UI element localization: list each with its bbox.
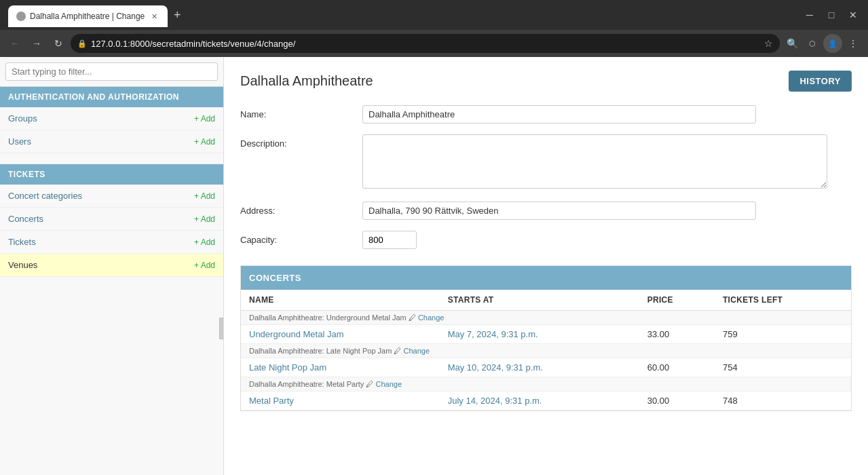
browser-actions: 🔍 ⬡ 👤 ⋮	[782, 34, 863, 53]
concert-price-cell: 60.00	[639, 358, 715, 377]
description-input[interactable]	[362, 134, 827, 189]
minimize-button[interactable]: ─	[800, 5, 819, 24]
sidebar-item-users-label: Users	[8, 136, 31, 147]
name-label: Name:	[240, 105, 362, 119]
address-bar[interactable]: 🔒 127.0.0.1:8000/secretadmin/tickets/ven…	[71, 34, 780, 53]
page-header: Dalhalla Amphitheatre HISTORY	[240, 71, 852, 92]
concert-price-cell: 30.00	[639, 392, 715, 411]
sidebar-add-groups[interactable]: + Add	[194, 114, 215, 124]
concert-meta-cell: Dalhalla Amphitheatre: Late Night Pop Ja…	[241, 344, 851, 358]
back-button[interactable]: ←	[5, 34, 24, 53]
page-title: Dalhalla Amphitheatre	[240, 73, 373, 89]
concert-data-row: Metal Party July 14, 2024, 9:31 p.m. 30.…	[241, 392, 851, 411]
concert-price-cell: 33.00	[639, 325, 715, 344]
sidebar-item-groups-label: Groups	[8, 113, 37, 124]
pencil-icon: 🖊	[394, 347, 403, 355]
sidebar-add-tickets[interactable]: + Add	[194, 238, 215, 247]
concert-name-link[interactable]: Late Night Pop Jam	[249, 362, 326, 373]
concerts-table-header-row: NAME STARTS AT PRICE TICKETS LEFT	[241, 290, 851, 311]
reload-button[interactable]: ↻	[49, 34, 68, 53]
maximize-button[interactable]: □	[822, 5, 841, 24]
concert-change-link[interactable]: Change	[376, 380, 402, 388]
address-text: 127.0.0.1:8000/secretadmin/tickets/venue…	[91, 39, 760, 49]
concert-tickets-left-cell: 759	[715, 325, 851, 344]
sidebar-filter-area	[0, 57, 223, 87]
description-label: Description:	[240, 134, 362, 149]
address-field	[362, 202, 852, 220]
history-button[interactable]: HISTORY	[789, 71, 852, 92]
concert-name-link[interactable]: Metal Party	[249, 396, 294, 406]
address-row: Address:	[240, 202, 852, 220]
tab-bar: Dalhalla Amphitheatre | Change ✕ +	[8, 3, 187, 27]
concert-data-row: Underground Metal Jam May 7, 2024, 9:31 …	[241, 325, 851, 344]
forward-button[interactable]: →	[27, 34, 46, 53]
sidebar-filter-input[interactable]	[5, 62, 218, 81]
description-field	[362, 134, 852, 191]
name-input[interactable]	[362, 105, 756, 124]
capacity-field	[362, 231, 852, 249]
close-tab-button[interactable]: ✕	[149, 11, 159, 22]
concert-meta-cell: Dalhalla Amphitheatre: Metal Party 🖊 Cha…	[241, 377, 851, 392]
name-row: Name:	[240, 105, 852, 124]
concert-meta-venue: Dalhalla Amphitheatre: Metal Party	[249, 380, 364, 388]
concert-meta-cell: Dalhalla Amphitheatre: Underground Metal…	[241, 311, 851, 325]
tab-favicon	[16, 12, 26, 21]
zoom-button[interactable]: 🔍	[782, 34, 801, 53]
concerts-section: CONCERTS NAME STARTS AT PRICE TICKETS LE…	[240, 265, 852, 411]
name-field	[362, 105, 852, 124]
sidebar-item-tickets-label: Tickets	[8, 237, 36, 247]
sidebar-item-users[interactable]: Users + Add	[0, 130, 223, 153]
sidebar-section-auth: Authentication and Authorization	[0, 87, 223, 107]
sidebar-section-tickets: Tickets	[0, 164, 223, 185]
capacity-row: Capacity:	[240, 231, 852, 249]
concert-name-cell: Underground Metal Jam	[241, 325, 440, 344]
concerts-section-header: CONCERTS	[241, 266, 851, 290]
close-window-button[interactable]: ✕	[844, 5, 863, 24]
capacity-label: Capacity:	[240, 231, 362, 245]
concert-meta-row: Dalhalla Amphitheatre: Late Night Pop Ja…	[241, 344, 851, 358]
concert-name-link[interactable]: Underground Metal Jam	[249, 329, 343, 339]
concert-meta-row: Dalhalla Amphitheatre: Metal Party 🖊 Cha…	[241, 377, 851, 392]
extensions-button[interactable]: ⬡	[803, 34, 822, 53]
sidebar-add-concert-categories[interactable]: + Add	[194, 191, 215, 201]
col-tickets-left: TICKETS LEFT	[715, 290, 851, 311]
lock-icon: 🔒	[77, 39, 87, 48]
concert-meta-venue: Dalhalla Amphitheatre: Late Night Pop Ja…	[249, 347, 392, 355]
concert-meta-row: Dalhalla Amphitheatre: Underground Metal…	[241, 311, 851, 325]
sidebar-add-users[interactable]: + Add	[194, 137, 215, 147]
capacity-input[interactable]	[362, 231, 417, 249]
col-starts-at: STARTS AT	[440, 290, 639, 311]
sidebar-add-venues[interactable]: + Add	[194, 261, 215, 270]
concert-name-cell: Metal Party	[241, 392, 440, 411]
concert-change-link[interactable]: Change	[403, 347, 430, 355]
sidebar-collapse-button[interactable]: «	[219, 318, 224, 339]
bookmark-icon[interactable]: ☆	[764, 38, 773, 49]
col-name: NAME	[241, 290, 440, 311]
active-tab[interactable]: Dalhalla Amphitheatre | Change ✕	[8, 5, 168, 27]
sidebar-item-concert-categories[interactable]: Concert categories + Add	[0, 185, 223, 208]
concert-meta-venue: Dalhalla Amphitheatre: Underground Metal…	[249, 314, 407, 322]
concerts-table-head: NAME STARTS AT PRICE TICKETS LEFT	[241, 290, 851, 311]
concert-tickets-left-cell: 754	[715, 358, 851, 377]
sidebar: Authentication and Authorization Groups …	[0, 57, 224, 475]
address-input[interactable]	[362, 202, 756, 220]
concert-tickets-left-cell: 748	[715, 392, 851, 411]
browser-chrome: Dalhalla Amphitheatre | Change ✕ + ─ □ ✕	[0, 0, 868, 30]
concert-starts-at-cell: May 10, 2024, 9:31 p.m.	[440, 358, 639, 377]
sidebar-item-groups[interactable]: Groups + Add	[0, 107, 223, 130]
concert-name-cell: Late Night Pop Jam	[241, 358, 440, 377]
sidebar-item-concerts[interactable]: Concerts + Add	[0, 208, 223, 231]
sidebar-item-venues[interactable]: Venues + Add	[0, 254, 223, 277]
menu-button[interactable]: ⋮	[844, 34, 863, 53]
concert-change-link[interactable]: Change	[418, 314, 445, 322]
pencil-icon: 🖊	[366, 380, 375, 388]
sidebar-add-concerts[interactable]: + Add	[194, 214, 215, 224]
app-layout: Authentication and Authorization Groups …	[0, 57, 868, 475]
sidebar-item-concert-categories-label: Concert categories	[8, 191, 82, 201]
concert-data-row: Late Night Pop Jam May 10, 2024, 9:31 p.…	[241, 358, 851, 377]
description-row: Description:	[240, 134, 852, 191]
new-tab-button[interactable]: +	[168, 5, 187, 24]
incognito-button[interactable]: 👤	[823, 34, 842, 53]
sidebar-item-tickets[interactable]: Tickets + Add	[0, 231, 223, 254]
concert-starts-at-cell: July 14, 2024, 9:31 p.m.	[440, 392, 639, 411]
